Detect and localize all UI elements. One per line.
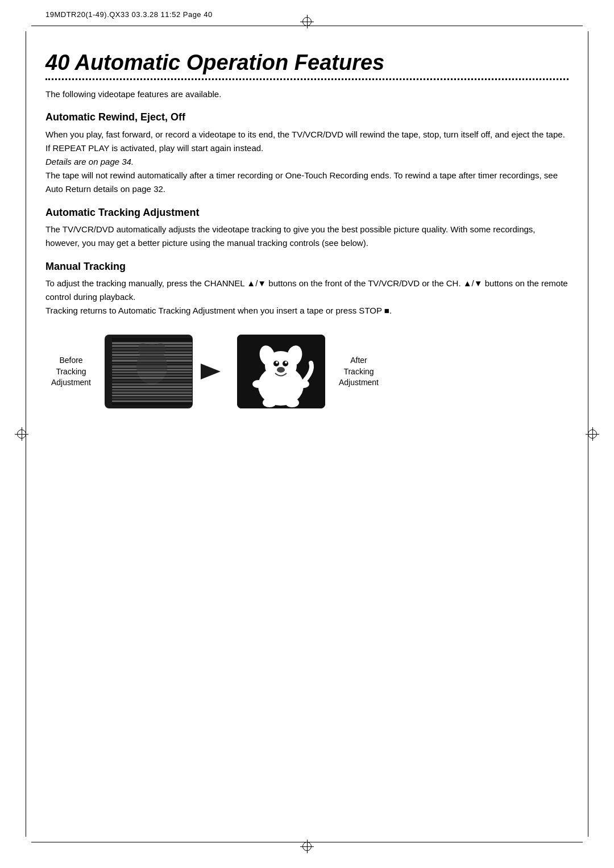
svg-rect-17: [112, 377, 192, 379]
svg-point-37: [285, 398, 299, 407]
reg-cross-right: [586, 427, 599, 441]
svg-rect-24: [112, 398, 192, 400]
reg-cross-left: [15, 427, 28, 441]
svg-point-36: [263, 398, 276, 407]
svg-point-38: [252, 380, 264, 388]
section-heading-auto-rewind: Automatic Rewind, Eject, Off: [45, 111, 569, 124]
reg-cross-top: [300, 15, 314, 28]
svg-rect-22: [112, 392, 192, 394]
svg-rect-20: [112, 386, 192, 389]
section-body-manual-tracking: To adjust the tracking manually, press t…: [45, 277, 569, 318]
page-number: 40: [45, 51, 69, 74]
dotted-separator: [45, 78, 569, 80]
reg-circle: [588, 429, 597, 439]
reg-circle: [302, 842, 312, 851]
section-body-auto-rewind: When you play, fast forward, or record a…: [45, 128, 569, 196]
intro-text: The following videotape features are ava…: [45, 88, 569, 101]
after-label: After Tracking Adjustment: [333, 355, 384, 389]
before-label: Before Tracking Adjustment: [45, 355, 97, 389]
svg-point-34: [285, 361, 287, 364]
arrow-icon: [201, 364, 229, 379]
svg-rect-18: [112, 380, 192, 383]
section-body-auto-tracking: The TV/VCR/DVD automatically adjusts the…: [45, 223, 569, 250]
svg-rect-15: [112, 372, 192, 373]
svg-point-35: [277, 367, 285, 373]
section-heading-manual-tracking: Manual Tracking: [45, 260, 569, 273]
tracking-arrow: [201, 364, 229, 379]
page: 19MDTR20(1-49).QX33 03.3.28 11:52 Page 4…: [0, 0, 614, 868]
svg-rect-25: [112, 400, 192, 402]
svg-point-14: [155, 344, 165, 356]
svg-point-33: [276, 361, 278, 364]
section-heading-auto-tracking: Automatic Tracking Adjustment: [45, 206, 569, 219]
page-title: 40 Automatic Operation Features: [45, 51, 569, 75]
before-image: [105, 335, 193, 408]
svg-rect-21: [112, 389, 192, 391]
reg-cross-bottom: [300, 840, 314, 853]
header-info: 19MDTR20(1-49).QX33 03.3.28 11:52 Page 4…: [45, 10, 213, 19]
illustration-area: Before Tracking Adjustment: [45, 335, 569, 408]
reg-circle: [302, 17, 312, 26]
main-content: 40 Automatic Operation Features The foll…: [45, 51, 569, 408]
svg-rect-19: [112, 383, 192, 385]
page-title-text: Automatic Operation Features: [74, 51, 384, 74]
after-image: [237, 335, 325, 408]
reg-circle: [17, 429, 26, 439]
svg-point-13: [138, 344, 148, 356]
svg-rect-16: [112, 374, 192, 377]
svg-rect-23: [112, 395, 192, 397]
svg-rect-1: [112, 343, 192, 345]
